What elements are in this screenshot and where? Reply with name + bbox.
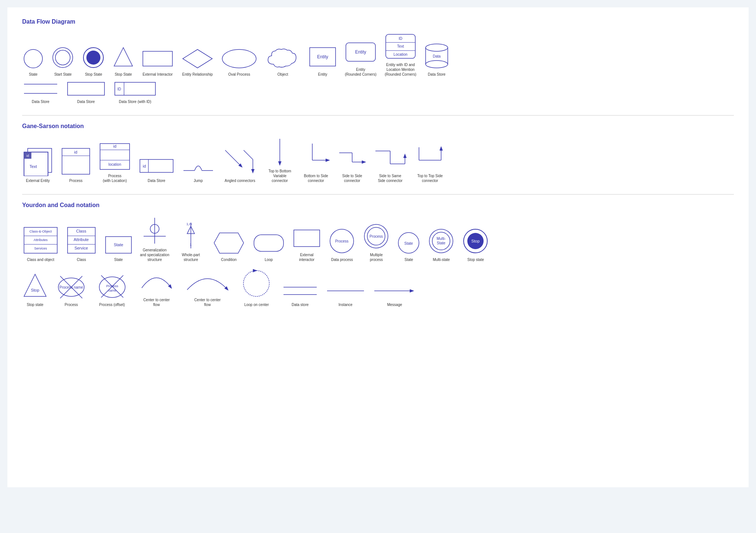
entity-id-location-svg: ID Text Location xyxy=(384,32,417,60)
yc-data-store-label: Data store xyxy=(292,302,309,307)
entity-relationship-label: Entity Relationship xyxy=(182,72,213,77)
svg-text:id: id xyxy=(143,164,146,168)
symbol-data-store-id: ID Data Store (with ID) xyxy=(113,80,157,104)
start-state-label: Start State xyxy=(54,72,72,77)
yc-process2-label: Process xyxy=(65,302,78,307)
yc-data-store-svg xyxy=(282,282,319,300)
gs-side-side: Side to Sideconnector xyxy=(337,142,367,183)
gane-title: Gane-Sarson notation xyxy=(22,123,734,130)
svg-point-19 xyxy=(426,44,448,51)
dfd-section: Data Flow Diagram State Start State xyxy=(22,18,734,104)
yc-loop-center: Loop on center xyxy=(238,267,275,307)
external-interactor-label: External Interactor xyxy=(142,72,173,77)
svg-rect-6 xyxy=(143,51,172,66)
stop-state-filled-svg xyxy=(82,46,106,70)
yc-multi-state-label: Multi-state xyxy=(433,257,450,262)
yc-loop-svg xyxy=(252,231,285,255)
start-state-svg xyxy=(51,46,75,70)
yc-generalization: Generalizationand specializationstructur… xyxy=(140,216,169,262)
yc-instance-svg xyxy=(325,282,366,300)
yc-stop-state2-label: Stop state xyxy=(27,302,43,307)
svg-text:Process: Process xyxy=(370,234,383,238)
yc-class-label: Class xyxy=(77,257,86,262)
yc-process2: Process name Process xyxy=(55,271,88,307)
svg-marker-7 xyxy=(183,49,212,68)
gs-top-top: Top to Top Sideconnector xyxy=(413,142,447,183)
data-store-lines-label: Data Store xyxy=(32,99,49,104)
data-store-id-label: Data Store (with ID) xyxy=(119,99,151,104)
symbol-start-state: Start State xyxy=(51,46,75,77)
yc-state-label: State xyxy=(114,257,123,262)
yc-state: State State xyxy=(104,235,133,262)
yc-condition: Condition xyxy=(212,231,245,262)
oval-process-svg xyxy=(221,48,258,70)
svg-text:Entity: Entity xyxy=(317,54,328,59)
gs-top-bottom: Top to BottomVariableconnector xyxy=(265,137,295,183)
symbol-external-interactor: External Interactor xyxy=(141,48,174,77)
gs-process: id Process xyxy=(60,147,92,183)
data-store-id-svg: ID xyxy=(113,80,157,97)
svg-text:ID: ID xyxy=(117,87,121,91)
yc-center-flow1-svg xyxy=(136,266,177,295)
svg-text:Process: Process xyxy=(106,284,118,288)
yc-message-svg xyxy=(372,282,417,300)
yc-external-interactor: Externalinteractor xyxy=(292,226,322,262)
gs-process-loc-svg: id location xyxy=(98,142,131,171)
yc-multi-state: Multi- State Multi-state xyxy=(427,227,455,262)
gane-section: Gane-Sarson notation Text id External En… xyxy=(22,123,734,183)
symbol-entity-plain: Entity Entity xyxy=(308,46,337,77)
yc-multi-proc-svg: Process xyxy=(362,223,390,250)
yc-process2-svg: Process name xyxy=(55,271,88,300)
dfd-row2: Data Store Data Store ID Data Store (wit… xyxy=(22,80,734,104)
entity-plain-label: Entity xyxy=(318,72,327,77)
svg-text:Entity: Entity xyxy=(355,49,366,55)
yc-whole-part-svg: 1,m 1 xyxy=(176,221,206,250)
divider1 xyxy=(22,115,734,116)
gs-side-same-svg xyxy=(374,142,407,171)
yourdon-row1: Class-&-Object Attributes Services Class… xyxy=(22,216,734,262)
svg-text:Multi-: Multi- xyxy=(437,237,446,241)
gs-process-location: id location Process(with Location) xyxy=(98,142,131,183)
state-label: State xyxy=(29,72,37,77)
gs-bottom-side: Bottom to Sideconnector xyxy=(301,142,331,183)
yc-condition-label: Condition xyxy=(221,257,237,262)
yc-state2-svg: State xyxy=(397,231,421,255)
svg-text:name: name xyxy=(108,289,117,292)
entity-id-location-label: Entity with ID andLocation Mention(Round… xyxy=(385,62,416,77)
symbol-state: State xyxy=(22,48,44,77)
yc-multi-state-svg: Multi- State xyxy=(427,227,455,255)
gs-top-bottom-label: Top to BottomVariableconnector xyxy=(268,169,291,183)
svg-text:1: 1 xyxy=(190,243,192,247)
gs-top-bottom-svg xyxy=(265,137,295,166)
yourdon-title: Yourdon and Coad notation xyxy=(22,202,734,209)
yc-loop-label: Loop xyxy=(265,257,273,262)
yc-loop-center-label: Loop on center xyxy=(244,302,269,307)
gs-jump: Jump xyxy=(182,156,215,183)
gs-process-label: Process xyxy=(69,178,82,183)
symbol-stop-state-plain: Stop State xyxy=(112,46,134,77)
svg-line-50 xyxy=(244,150,253,159)
yc-multiple-process: Process Multipleprocess xyxy=(362,223,390,262)
gs-data-store: id Data Store xyxy=(138,156,175,183)
yourdon-section: Yourdon and Coad notation Class-&-Object… xyxy=(22,202,734,307)
svg-rect-26 xyxy=(68,82,104,95)
data-store-rect-svg xyxy=(66,80,106,97)
svg-text:id: id xyxy=(113,144,117,148)
yc-whole-part: 1,m 1 Whole-partstructure xyxy=(176,221,206,262)
svg-text:Text: Text xyxy=(397,44,404,48)
yc-class-obj-svg: Class-&-Object Attributes Services xyxy=(22,226,59,255)
svg-text:Stop: Stop xyxy=(31,288,39,292)
yc-state-svg: State xyxy=(104,235,133,255)
svg-text:State: State xyxy=(404,241,413,245)
svg-point-8 xyxy=(222,49,256,68)
svg-text:Service: Service xyxy=(75,246,88,250)
object-label: Object xyxy=(278,72,288,77)
svg-text:location: location xyxy=(109,162,121,166)
gs-external-entity: Text id External Entity xyxy=(22,147,54,183)
gs-side-side-svg xyxy=(337,142,367,171)
svg-text:State: State xyxy=(437,241,446,245)
symbol-data-store-rect: Data Store xyxy=(66,80,106,104)
gs-angled-label: Angled connectors xyxy=(225,178,255,183)
yc-stop-state2: Stop Stop state xyxy=(22,272,48,307)
gs-bottom-side-label: Bottom to Sideconnector xyxy=(304,173,328,183)
